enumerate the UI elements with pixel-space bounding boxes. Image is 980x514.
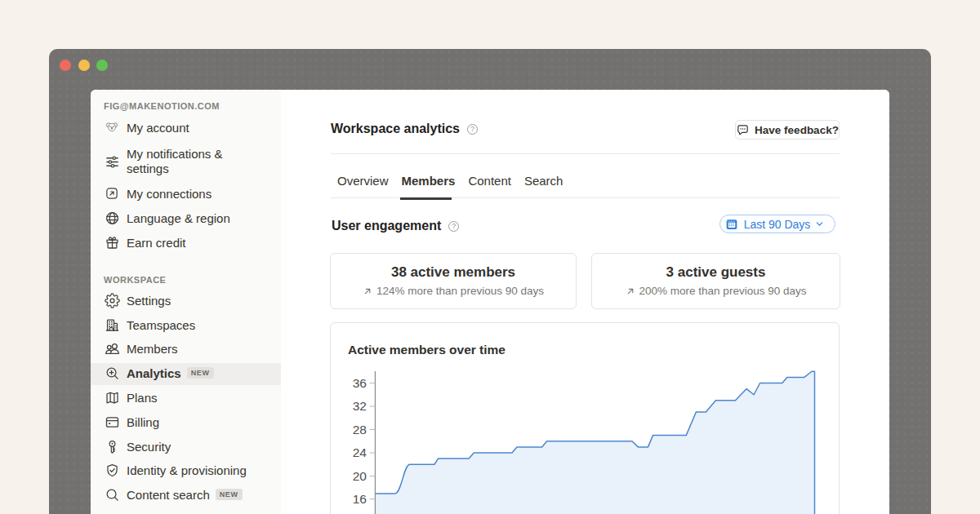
svg-text:28: 28 xyxy=(353,423,367,436)
svg-text:20: 20 xyxy=(353,469,368,483)
svg-text:32: 32 xyxy=(353,399,367,413)
svg-text:24: 24 xyxy=(353,445,368,459)
svg-text:16: 16 xyxy=(353,492,367,506)
svg-text:36: 36 xyxy=(353,376,367,390)
